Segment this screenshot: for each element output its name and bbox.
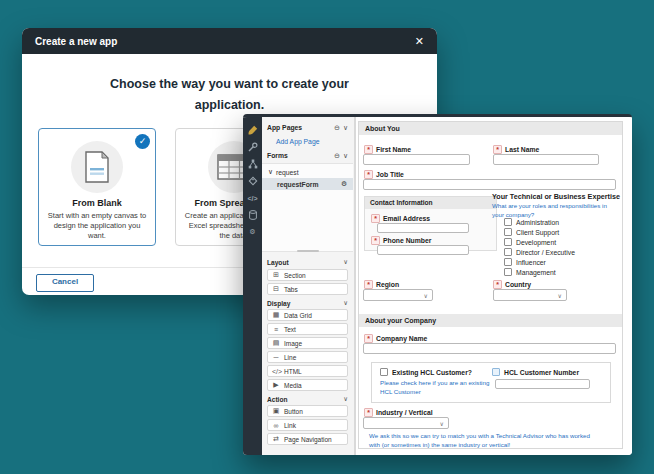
- company-name-input[interactable]: [363, 343, 616, 354]
- selected-check-icon: ✓: [135, 134, 150, 149]
- checkbox-icon: [504, 268, 512, 276]
- phone-label: * Phone Number: [371, 236, 431, 245]
- cancel-button[interactable]: Cancel: [36, 274, 94, 292]
- country-select[interactable]: ∨: [493, 289, 567, 301]
- text-icon: ≡: [272, 326, 280, 333]
- contact-information-box: Contact Information * Email Address * Ph…: [364, 196, 497, 251]
- region-select[interactable]: ∨: [363, 289, 433, 301]
- last-name-label: * Last Name: [493, 145, 539, 154]
- section-about-you: About You: [359, 122, 622, 135]
- app-pages-header[interactable]: App Pages ⊖ ∨: [262, 121, 353, 134]
- palette-item-media[interactable]: ▶ Media: [267, 379, 348, 391]
- required-marker: *: [493, 145, 502, 154]
- chevron-down-icon: ∨: [440, 420, 444, 427]
- blank-document-icon: [71, 141, 123, 193]
- card-from-blank[interactable]: ✓ From Blank Start with an empty canvas …: [38, 128, 156, 246]
- tree-item-request[interactable]: ∨ request: [262, 166, 353, 178]
- palette-item-page-navigation[interactable]: ⇄ Page Navigation: [267, 433, 348, 445]
- wrench-icon[interactable]: [243, 140, 262, 154]
- panel-drag-handle[interactable]: [297, 250, 319, 252]
- checkbox-influencer[interactable]: Influencer: [504, 258, 546, 266]
- data-grid-icon: ▦: [272, 311, 280, 319]
- html-icon: </>: [272, 368, 280, 375]
- hcl-customer-box: Existing HCL Customer? Please check here…: [371, 362, 611, 403]
- section-icon: ⊞: [272, 271, 280, 279]
- required-marker: *: [364, 280, 373, 289]
- phone-input[interactable]: [377, 245, 469, 255]
- gear-icon[interactable]: ⚙: [341, 180, 347, 188]
- card-title: From Blank: [39, 198, 155, 208]
- modal-heading: Choose the way you want to create your a…: [22, 74, 437, 117]
- chevron-down-icon: ∨: [343, 258, 348, 266]
- checkbox-development[interactable]: Development: [504, 238, 556, 246]
- required-marker: *: [364, 408, 373, 417]
- palette-item-text[interactable]: ≡ Text: [267, 323, 348, 335]
- checkbox-icon: [504, 248, 512, 256]
- gear-icon[interactable]: ⚙: [243, 225, 262, 239]
- industry-label: * Industry / Vertical: [364, 408, 433, 417]
- palette-section-layout[interactable]: Layout ∨: [267, 257, 348, 267]
- palette-item-tabs[interactable]: ⊟ Tabs: [267, 283, 348, 295]
- hcl-helper: Please check here if you are an existing…: [380, 379, 490, 397]
- email-input[interactable]: [377, 223, 469, 233]
- paintbrush-icon[interactable]: [243, 123, 262, 137]
- first-name-input[interactable]: [363, 154, 470, 165]
- sitemap-icon[interactable]: [243, 157, 262, 171]
- company-name-label: * Company Name: [364, 334, 427, 343]
- chevron-down-icon: ∨: [343, 395, 348, 403]
- checkbox-icon: [504, 238, 512, 246]
- page-navigation-icon: ⇄: [272, 435, 280, 443]
- section-about-company: About your Company: [359, 314, 622, 327]
- database-icon[interactable]: [243, 208, 262, 222]
- hcl-customer-number-input[interactable]: [495, 379, 590, 389]
- palette-item-section[interactable]: ⊞ Section: [267, 269, 348, 281]
- close-icon[interactable]: ✕: [415, 36, 424, 47]
- industry-helper: We ask this so we can try to match you w…: [369, 432, 599, 450]
- tabs-icon: ⊟: [272, 285, 280, 293]
- hcl-number-label-row: HCL Customer Number: [492, 368, 579, 376]
- expertise-title: Your Technical or Business Expertise: [492, 192, 620, 201]
- add-app-page-link[interactable]: Add App Page: [262, 135, 353, 148]
- image-icon: ▤: [272, 339, 280, 347]
- collapse-icon[interactable]: ⊖: [334, 152, 340, 160]
- checkbox-director-executive[interactable]: Director / Executive: [504, 248, 575, 256]
- palette-item-line[interactable]: ─ Line: [267, 351, 348, 363]
- tree-item-request-form[interactable]: requestForm ⚙: [262, 178, 353, 190]
- checkbox-administration[interactable]: Administration: [504, 218, 559, 226]
- industry-select[interactable]: ∨: [363, 417, 449, 429]
- palette-section-action[interactable]: Action ∨: [267, 394, 348, 404]
- forms-header[interactable]: Forms ⊖ ∨: [262, 149, 353, 162]
- required-marker: *: [493, 280, 502, 289]
- tag-icon[interactable]: [243, 174, 262, 188]
- code-icon[interactable]: </>: [243, 191, 262, 205]
- line-icon: ─: [272, 354, 280, 361]
- chevron-down-icon[interactable]: ∨: [343, 124, 348, 132]
- existing-hcl-customer-checkbox[interactable]: Existing HCL Customer?: [380, 368, 472, 376]
- palette-item-data-grid[interactable]: ▦ Data Grid: [267, 309, 348, 321]
- checkbox-management[interactable]: Management: [504, 268, 556, 276]
- conditional-checkbox-icon: [492, 368, 500, 376]
- email-label: * Email Address: [371, 214, 430, 223]
- chevron-down-icon: ∨: [343, 299, 348, 307]
- modal-title: Create a new app: [35, 36, 117, 47]
- last-name-input[interactable]: [493, 154, 599, 165]
- palette-item-button[interactable]: ▣ Button: [267, 405, 348, 417]
- collapse-icon[interactable]: ⊖: [334, 124, 340, 132]
- palette-section-display[interactable]: Display ∨: [267, 298, 348, 308]
- chevron-down-icon[interactable]: ∨: [343, 152, 348, 160]
- checkbox-client-support[interactable]: Client Support: [504, 228, 559, 236]
- card-description: Start with an empty canvas to design the…: [39, 211, 155, 241]
- palette-item-link[interactable]: ∞ Link: [267, 419, 348, 431]
- palette-item-html[interactable]: </> HTML: [267, 365, 348, 377]
- link-icon: ∞: [272, 422, 280, 429]
- form-container: About You * First Name * Last Name * Job…: [358, 121, 623, 449]
- chevron-down-icon: ∨: [558, 292, 562, 299]
- checkbox-icon: [380, 368, 388, 376]
- job-title-input[interactable]: [363, 179, 616, 190]
- first-name-label: * First Name: [364, 145, 411, 154]
- palette-item-image[interactable]: ▤ Image: [267, 337, 348, 349]
- required-marker: *: [371, 214, 380, 223]
- required-marker: *: [371, 236, 380, 245]
- checkbox-icon: [504, 228, 512, 236]
- checkbox-icon: [504, 258, 512, 266]
